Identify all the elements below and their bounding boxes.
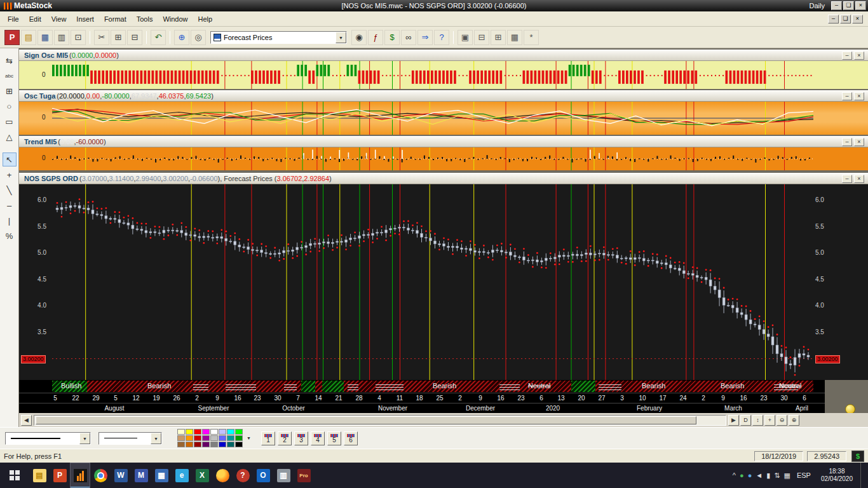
panel-minimize-button[interactable]: – (842, 175, 852, 183)
tile-grid-button[interactable]: ▦ (507, 30, 522, 45)
color-swatch[interactable] (186, 435, 193, 441)
menu-insert[interactable]: Insert (71, 13, 99, 25)
color-swatch[interactable] (202, 442, 210, 447)
vertical-line-tool[interactable]: | (3, 214, 17, 227)
hidden-icons-icon[interactable]: ^ (733, 471, 736, 480)
scroll-left-button[interactable]: ◀ (21, 415, 32, 426)
panel-minimize-button[interactable]: – (842, 51, 852, 60)
template-button-3[interactable]: 3 (294, 431, 308, 445)
template-button-5[interactable]: 5 (327, 431, 341, 445)
taskbar-app-file-explorer[interactable]: ▤ (29, 463, 50, 488)
color-swatch[interactable] (194, 429, 201, 435)
color-swatch[interactable] (194, 435, 201, 441)
color-swatch[interactable] (186, 429, 193, 435)
color-swatch[interactable] (235, 442, 243, 447)
mdi-close-button[interactable]: × (852, 15, 863, 24)
panel-plot-osc_tuga[interactable]: 0 (19, 102, 868, 135)
sync-status-icon[interactable]: ● (740, 471, 744, 480)
menu-view[interactable]: View (46, 13, 72, 25)
network-icon[interactable]: ⇅ (774, 471, 780, 480)
scroll-right-button[interactable]: ▶ (728, 415, 739, 426)
price-chart[interactable] (52, 184, 813, 380)
panel-close-button[interactable]: × (854, 175, 864, 183)
print-button[interactable]: ▥ (54, 30, 69, 45)
dropdown-arrow-icon[interactable]: ▼ (336, 32, 346, 43)
color-swatch[interactable] (177, 442, 185, 447)
tile-horizontal-button[interactable]: ⊟ (474, 30, 489, 45)
panel-plot-sign_osc[interactable]: 0 (19, 61, 868, 89)
misc-tray-icon[interactable]: ▦ (784, 471, 790, 480)
indicator-quicklist-combo[interactable]: Forecast Prices▼ (210, 31, 347, 44)
color-swatch[interactable] (210, 442, 218, 447)
taskbar-app-excel[interactable]: X (192, 463, 212, 488)
zoom-drag-button[interactable]: ◎ (191, 30, 206, 45)
sign_osc-chart[interactable] (52, 61, 813, 89)
taskbar-app-firefox[interactable] (212, 463, 233, 488)
ellipse-tool[interactable]: ○ (3, 99, 17, 113)
menu-window[interactable]: Window (158, 13, 193, 25)
panel-close-button[interactable]: × (854, 51, 864, 60)
trend_mi5-chart[interactable] (52, 147, 813, 170)
taskbar-app-fax[interactable]: ▥ (273, 463, 294, 488)
taskbar-app-calculator[interactable]: ▦ (151, 463, 172, 488)
template-button-6[interactable]: 6 (344, 431, 358, 445)
trendline-tool[interactable]: ╲ (3, 183, 17, 197)
rectangle-tool[interactable]: ▭ (3, 114, 17, 128)
taskbar-app-metastock-pro[interactable]: Pro (294, 463, 314, 488)
dropdown-arrow-icon[interactable]: ▼ (79, 433, 90, 444)
save-button[interactable]: ▦ (37, 30, 53, 45)
template-button-4[interactable]: 4 (311, 431, 325, 445)
taskbar-app-powerpoint[interactable]: P (50, 463, 70, 488)
color-swatch[interactable] (235, 429, 243, 435)
panel-plot-price[interactable]: 6.06.05.55.55.05.04.54.54.04.03.53.53.00… (19, 184, 868, 380)
forecaster-button[interactable]: ⇒ (417, 30, 433, 45)
palette-dropdown-icon[interactable]: ▼ (247, 436, 251, 440)
triangle-tool[interactable]: △ (3, 130, 17, 144)
start-button[interactable] (0, 463, 29, 488)
fit-vertical-button[interactable]: ↕ (752, 415, 763, 426)
money-flow-button[interactable]: $ (851, 451, 864, 462)
print-preview-button[interactable]: ⊡ (71, 30, 86, 45)
color-swatch[interactable] (177, 429, 185, 435)
template-button-2[interactable]: 2 (278, 431, 292, 445)
panel-plot-trend_mi5[interactable]: 0 (19, 147, 868, 170)
taskbar-app-outlook[interactable]: O (253, 463, 273, 488)
system-tester-button[interactable]: $ (384, 30, 400, 45)
crosshair-tool[interactable]: + (3, 168, 17, 182)
dropdown-arrow-icon[interactable]: ▼ (151, 433, 161, 444)
color-swatch[interactable] (202, 435, 210, 441)
date-axis[interactable]: 5222951219262916233071421284111825291623… (19, 393, 825, 403)
grid-tool[interactable]: ⊞ (3, 84, 17, 98)
open-chart-button[interactable]: ▤ (21, 30, 36, 45)
volume-icon[interactable]: ◄ (756, 471, 763, 480)
color-swatch[interactable] (177, 435, 185, 441)
panel-close-button[interactable]: × (854, 138, 864, 146)
taskbar-app-internet-explorer[interactable]: e (172, 463, 192, 488)
pan-button[interactable]: + (764, 415, 775, 426)
color-swatch[interactable] (219, 442, 226, 447)
taskbar-app-chrome[interactable] (90, 463, 111, 488)
panel-minimize-button[interactable]: – (842, 92, 852, 100)
color-swatch[interactable] (210, 435, 218, 441)
keyboard-language[interactable]: ESP (797, 471, 811, 479)
mdi-minimize-button[interactable]: – (828, 15, 839, 24)
taskbar-app-word[interactable]: W (111, 463, 131, 488)
show-desktop-button[interactable] (860, 463, 864, 488)
color-swatch[interactable] (227, 429, 234, 435)
color-swatch[interactable] (227, 442, 234, 447)
cascade-windows-button[interactable]: ▣ (458, 30, 473, 45)
undo-button[interactable]: ↶ (151, 30, 166, 45)
taskbar-app-help[interactable]: ? (233, 463, 253, 488)
minimize-button[interactable]: – (831, 1, 842, 10)
color-swatch[interactable] (219, 435, 226, 441)
menu-help[interactable]: Help (193, 13, 218, 25)
color-swatch[interactable] (235, 435, 243, 441)
mdi-restore-button[interactable]: ❏ (840, 15, 851, 24)
zoom-in-button[interactable]: ⊕ (789, 415, 799, 426)
color-swatch[interactable] (219, 429, 226, 435)
panel-minimize-button[interactable]: – (842, 138, 852, 146)
menu-file[interactable]: File (3, 13, 24, 25)
copy-button[interactable]: ⊞ (111, 30, 126, 45)
color-swatch[interactable] (186, 442, 193, 447)
color-swatch[interactable] (194, 442, 201, 447)
